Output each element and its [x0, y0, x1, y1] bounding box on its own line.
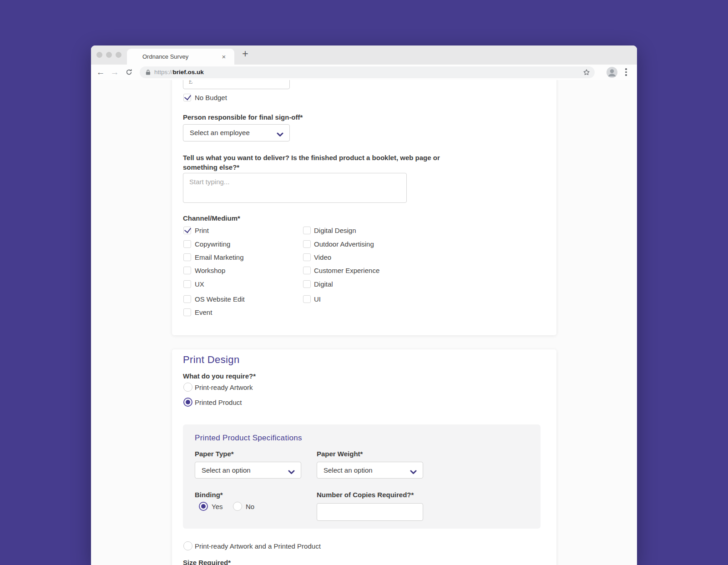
browser-tab[interactable]: Ordnance Survey × — [127, 49, 234, 65]
browser-toolbar: ← → https://brief.os.uk — [91, 65, 637, 80]
channel-checkbox-video[interactable] — [303, 253, 311, 261]
channel-label-outdoor-advertising: Outdoor Advertising — [314, 240, 374, 248]
channel-checkbox-print[interactable] — [183, 227, 191, 234]
paper-type-label: Paper Type* — [195, 449, 234, 459]
budget-amount-input[interactable] — [183, 80, 290, 89]
channel-checkbox-ux[interactable] — [183, 280, 191, 288]
channel-label-video: Video — [314, 253, 331, 261]
copies-input[interactable] — [317, 503, 423, 521]
profile-avatar[interactable] — [607, 67, 617, 78]
channel-checkbox-outdoor-advertising[interactable] — [303, 240, 311, 248]
channel-checkbox-ui[interactable] — [303, 295, 311, 303]
chevron-down-icon — [288, 468, 295, 476]
forward-button[interactable]: → — [109, 65, 121, 80]
star-icon — [583, 69, 590, 76]
browser-menu-button[interactable] — [625, 68, 627, 77]
no-budget-label: No Budget — [195, 94, 227, 101]
url-scheme: https:// — [154, 69, 173, 76]
paper-weight-select-value: Select an option — [324, 462, 373, 478]
channel-label-print: Print — [195, 227, 209, 234]
channel-label-digital: Digital — [314, 280, 333, 288]
binding-radio-yes[interactable] — [199, 502, 208, 511]
specs-title: Printed Product Specifications — [195, 433, 302, 443]
channel-label-ui: UI — [314, 295, 321, 303]
channel-label-os-website-edit: OS Website Edit — [195, 295, 245, 303]
binding-radio-no[interactable] — [233, 502, 242, 511]
window-close-button[interactable] — [96, 52, 102, 58]
size-required-label: Size Required* — [183, 558, 231, 565]
radio-label-printed-product: Printed Product — [195, 399, 242, 406]
channel-label-customer-experience: Customer Experience — [314, 267, 379, 274]
signoff-select-value: Select an employee — [190, 125, 250, 141]
channel-checkbox-workshop[interactable] — [183, 267, 191, 274]
binding-label-yes: Yes — [212, 503, 222, 510]
url-text: https://brief.os.uk — [154, 66, 204, 78]
channel-checkbox-os-website-edit[interactable] — [183, 295, 191, 303]
signoff-select[interactable]: Select an employee — [183, 124, 290, 141]
bookmark-star-button[interactable] — [583, 69, 590, 78]
binding-label: Binding* — [195, 490, 223, 499]
window-maximize-button[interactable] — [116, 52, 121, 58]
form-page: No Budget Person responsible for final s… — [91, 80, 637, 565]
deliverable-label: Tell us what you want to deliver? Is the… — [183, 153, 474, 172]
radio-label-artwork-and-product: Print-ready Artwork and a Printed Produc… — [195, 542, 321, 550]
browser-window: Ordnance Survey × + ← → https://brief.os… — [91, 45, 637, 565]
channel-label-copywriting: Copywriting — [195, 240, 230, 248]
signoff-label: Person responsible for final sign-off* — [183, 113, 303, 122]
binding-label-no: No — [246, 503, 254, 510]
channel-checkbox-event[interactable] — [183, 308, 191, 316]
paper-type-select-value: Select an option — [202, 462, 251, 478]
radio-artwork-and-product[interactable] — [183, 541, 192, 550]
chevron-down-icon — [277, 131, 283, 139]
url-domain: brief.os.uk — [173, 69, 204, 76]
paper-type-select[interactable]: Select an option — [195, 462, 301, 479]
channel-checkbox-digital-design[interactable] — [303, 227, 311, 234]
tab-title: Ordnance Survey — [142, 53, 188, 60]
brief-details-card: No Budget Person responsible for final s… — [172, 80, 556, 335]
radio-print-ready-artwork[interactable] — [183, 383, 192, 392]
channel-checkbox-copywriting[interactable] — [183, 240, 191, 248]
radio-label-print-ready-artwork: Print-ready Artwork — [195, 383, 253, 391]
paper-weight-label: Paper Weight* — [317, 449, 363, 459]
print-design-title: Print Design — [183, 353, 240, 367]
require-label: What do you require?* — [183, 372, 256, 381]
avatar-photo — [607, 67, 617, 78]
paper-weight-select[interactable]: Select an option — [317, 462, 423, 479]
no-budget-checkbox[interactable] — [183, 94, 191, 101]
lock-icon — [146, 69, 151, 77]
channel-medium-label: Channel/Medium* — [183, 214, 240, 223]
reload-icon — [126, 69, 132, 76]
copies-label: Number of Copies Required?* — [317, 490, 414, 499]
channel-label-email-marketing: Email Marketing — [195, 253, 244, 261]
channel-label-digital-design: Digital Design — [314, 227, 356, 234]
channel-label-workshop: Workshop — [195, 267, 225, 274]
address-bar[interactable]: https://brief.os.uk — [140, 66, 595, 78]
tab-close-icon[interactable]: × — [220, 53, 228, 61]
radio-printed-product[interactable] — [183, 398, 192, 407]
back-button[interactable]: ← — [95, 65, 106, 80]
tab-bar: Ordnance Survey × + — [91, 45, 637, 65]
reload-button[interactable] — [123, 65, 135, 80]
channel-checkbox-customer-experience[interactable] — [303, 267, 311, 274]
channel-label-ux: UX — [195, 280, 204, 288]
chevron-down-icon — [410, 468, 417, 476]
channel-checkbox-email-marketing[interactable] — [183, 253, 191, 261]
channel-checkbox-digital[interactable] — [303, 280, 311, 288]
channel-label-event: Event — [195, 308, 212, 316]
print-design-card: Print Design What do you require?* Print… — [172, 349, 556, 565]
window-minimize-button[interactable] — [106, 52, 112, 58]
new-tab-button[interactable]: + — [239, 48, 251, 60]
deliverable-textarea[interactable] — [183, 173, 407, 203]
